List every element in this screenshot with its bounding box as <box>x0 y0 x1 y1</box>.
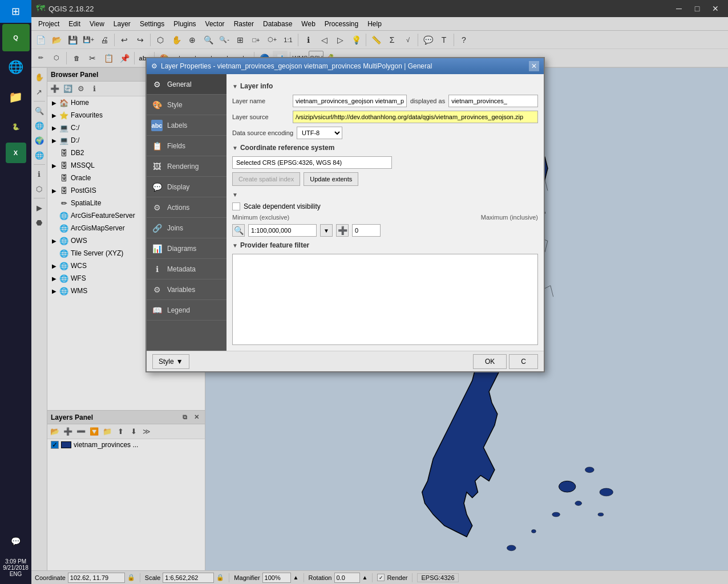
ok-button[interactable]: OK <box>473 354 507 369</box>
taskbar-chrome[interactable]: 🌐 <box>2 54 30 81</box>
scale-visibility-label: Scale dependent visibility <box>244 202 321 210</box>
scale-labels-row: Minimum (exclusive) Maximum (inclusive) <box>232 214 538 221</box>
encoding-label: Data source encoding <box>232 129 293 136</box>
windows-button[interactable]: ⊞ <box>0 0 31 23</box>
crs-label: Coordinate reference system <box>240 144 334 152</box>
dialog-sidebar: ⚙ General 🎨 Style abc Labels 📋 Fields <box>147 74 227 351</box>
displayed-as-input[interactable] <box>448 95 538 107</box>
zoom-to-max-btn[interactable]: ➕ <box>336 224 349 237</box>
sidebar-item-joins[interactable]: 🔗 Joins <box>147 218 227 238</box>
sidebar-item-rendering[interactable]: 🖼 Rendering <box>147 156 227 177</box>
min-label: Minimum (exclusive) <box>232 214 295 221</box>
taskbar-python[interactable]: 🐍 <box>2 113 30 140</box>
diagrams-icon: 📊 <box>151 243 163 254</box>
sidebar-item-legend[interactable]: 📖 Legend <box>147 300 227 321</box>
max-scale-input[interactable] <box>352 224 381 237</box>
scale-visibility-checkbox[interactable] <box>232 202 240 210</box>
create-spatial-index-btn[interactable]: Create spatial index <box>232 172 300 186</box>
dialog-title-text: Layer Properties - vietnam_provinces_geo… <box>161 62 432 70</box>
footer-left: Style ▼ <box>152 354 189 369</box>
legend-icon: 📖 <box>151 305 163 316</box>
sidebar-item-labels[interactable]: abc Labels <box>147 115 227 136</box>
layer-name-input[interactable] <box>293 95 407 107</box>
cancel-button[interactable]: C <box>509 354 538 369</box>
actions-icon: ⚙ <box>151 202 163 213</box>
update-extents-btn[interactable]: Update extents <box>304 172 358 186</box>
provider-filter-area[interactable] <box>232 254 538 345</box>
crs-btn-row: Create spatial index Update extents <box>232 172 538 186</box>
max-label: Maximum (inclusive) <box>306 214 538 221</box>
dialog-overlay: ⚙ Layer Properties - vietnam_provinces_g… <box>31 0 728 584</box>
sidebar-item-diagrams[interactable]: 📊 Diagrams <box>147 238 227 259</box>
displayed-as-label: displayed as <box>410 98 445 104</box>
zoom-to-min-btn[interactable]: 🔍 <box>232 224 245 237</box>
layer-info-section: ▼ Layer info <box>232 82 538 90</box>
joins-icon: 🔗 <box>151 222 163 234</box>
sidebar-item-fields[interactable]: 📋 Fields <box>147 136 227 156</box>
taskbar-qgis[interactable]: Q <box>2 24 30 51</box>
labels-icon: abc <box>151 120 163 131</box>
time-display: 3:09 PM 9/21/2018 ENG <box>2 556 30 579</box>
taskbar-bottom: 💬 3:09 PM 9/21/2018 ENG <box>0 526 31 584</box>
clock-time: 3:09 PM <box>3 558 29 565</box>
min-scale-input[interactable] <box>248 224 317 237</box>
dialog-body: ⚙ General 🎨 Style abc Labels 📋 Fields <box>147 74 544 351</box>
clock-date: 9/21/2018 <box>3 565 29 571</box>
layer-name-label: Layer name <box>232 98 289 104</box>
crs-value: Selected CRS (EPSG:4326, WGS 84) <box>232 156 392 169</box>
display-icon: 💬 <box>151 181 163 193</box>
layer-source-label: Layer source <box>232 113 289 120</box>
sidebar-item-style[interactable]: 🎨 Style <box>147 95 227 115</box>
footer-right: OK C <box>473 354 538 369</box>
dialog-title-left: ⚙ Layer Properties - vietnam_provinces_g… <box>151 62 432 70</box>
taskbar-notification[interactable]: 💬 <box>2 528 30 555</box>
scale-checkbox-row: Scale dependent visibility <box>232 202 538 210</box>
general-icon: ⚙ <box>151 79 163 90</box>
scale-visibility-section: ▼ <box>232 192 538 198</box>
layer-source-row: Layer source /vsizip/vsicurl/http://dev.… <box>232 111 538 123</box>
layer-info-label: Layer info <box>240 82 273 90</box>
provider-filter-section: ▼ Provider feature filter <box>232 241 538 249</box>
layer-name-row: Layer name displayed as <box>232 95 538 107</box>
filter-triangle[interactable]: ▼ <box>232 242 238 249</box>
dialog-content: ▼ Layer info Layer name displayed as Lay… <box>227 74 544 351</box>
sidebar-item-display[interactable]: 💬 Display <box>147 177 227 197</box>
scale-triangle[interactable]: ▼ <box>232 192 238 198</box>
taskbar-excel[interactable]: X <box>6 143 26 163</box>
style-dropdown-icon: ▼ <box>176 358 183 366</box>
metadata-icon: ℹ <box>151 263 163 275</box>
crs-section: ▼ Coordinate reference system <box>232 144 538 152</box>
scale-inputs-row: 🔍 ▼ ➕ <box>232 224 538 237</box>
layer-properties-dialog: ⚙ Layer Properties - vietnam_provinces_g… <box>145 57 545 372</box>
encoding-row: Data source encoding UTF-8 <box>232 127 538 139</box>
crs-triangle[interactable]: ▼ <box>232 145 238 151</box>
language-indicator: ENG <box>3 571 29 577</box>
provider-filter-label: Provider feature filter <box>240 241 309 249</box>
taskbar-folder[interactable]: 📁 <box>2 83 30 111</box>
sidebar-item-actions[interactable]: ⚙ Actions <box>147 197 227 218</box>
variables-icon: ⚙ <box>151 284 163 295</box>
layer-info-triangle[interactable]: ▼ <box>232 83 238 90</box>
rendering-icon: 🖼 <box>151 161 163 172</box>
qgis-window: 🗺 QGIS 2.18.22 ─ □ ✕ Project Edit View L… <box>31 0 728 584</box>
dialog-title-icon: ⚙ <box>151 62 157 70</box>
taskbar: ⊞ Q 🌐 📁 🐍 X 💬 3:09 PM 9/21/2018 ENG <box>0 0 31 584</box>
min-scale-dropdown[interactable]: ▼ <box>320 224 333 237</box>
sidebar-item-general[interactable]: ⚙ General <box>147 74 227 95</box>
sidebar-item-variables[interactable]: ⚙ Variables <box>147 279 227 300</box>
style-icon: 🎨 <box>151 99 163 111</box>
layer-source-value: /vsizip/vsicurl/http://dev.dothanhlong.o… <box>293 111 538 123</box>
dialog-title-bar: ⚙ Layer Properties - vietnam_provinces_g… <box>147 58 544 74</box>
encoding-select[interactable]: UTF-8 <box>297 127 342 139</box>
dialog-close-button[interactable]: ✕ <box>529 61 539 71</box>
sidebar-item-metadata[interactable]: ℹ Metadata <box>147 259 227 279</box>
style-button[interactable]: Style ▼ <box>152 354 189 369</box>
dialog-footer: Style ▼ OK C <box>147 351 544 371</box>
fields-icon: 📋 <box>151 140 163 152</box>
